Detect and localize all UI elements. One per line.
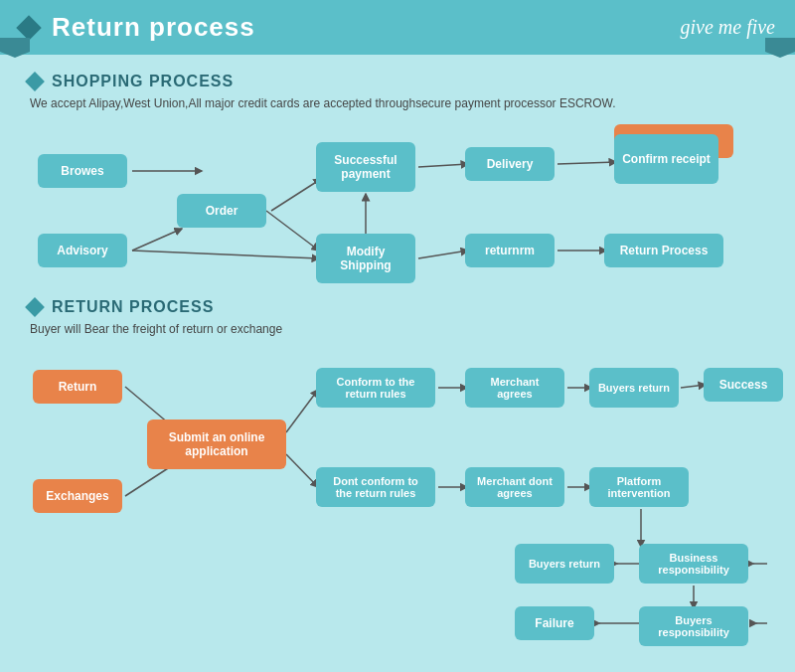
return-button-box: Return [33, 370, 122, 404]
return-label: Return [33, 370, 122, 404]
shopping-section-header: SHOPPING PROCESS [28, 73, 767, 90]
business-resp-label: Business responsibility [639, 544, 748, 584]
conform-box: Conform to the return rules [316, 368, 435, 408]
submit-box: Submit an online application [147, 420, 286, 469]
shopping-diamond-icon [25, 72, 45, 91]
brand-label: give me five [681, 16, 776, 39]
success-box: Success [704, 368, 783, 402]
confirm-label: Confirm receipt [614, 134, 718, 184]
svg-line-7 [557, 162, 616, 164]
merchant-dont-label: Merchant dont agrees [465, 467, 564, 507]
return-process-box: Return Process [604, 234, 723, 267]
header: Return process give me five [0, 0, 795, 55]
svg-line-17 [681, 385, 706, 388]
successful-label: Successful payment [316, 142, 415, 192]
svg-line-9 [418, 251, 468, 258]
buyers-return2-label: Buyers return [515, 544, 614, 584]
platform-label: Platform intervention [589, 467, 689, 507]
svg-line-13 [286, 390, 318, 432]
buyers-resp-label: Buyers responsibility [639, 606, 748, 646]
svg-line-14 [286, 454, 318, 487]
svg-line-4 [132, 251, 319, 258]
success-label: Success [704, 368, 783, 402]
modify-label: Modify Shipping [316, 234, 415, 283]
buyers-return1-box: Buyers return [589, 368, 679, 408]
return-diamond-icon [25, 297, 45, 317]
order-box: Order [177, 194, 266, 228]
merchant-dont-box: Merchant dont agrees [465, 467, 564, 507]
order-label: Order [177, 194, 266, 228]
exchanges-label: Exchanges [33, 479, 122, 513]
main-content: SHOPPING PROCESS We accept Alipay,West U… [0, 55, 795, 666]
delivery-label: Delivery [465, 147, 555, 181]
return-section-desc: Buyer will Bear the freight of return or… [30, 322, 767, 336]
failure-box: Failure [515, 606, 594, 640]
business-resp-box: Business responsibility [639, 544, 748, 584]
platform-box: Platform intervention [589, 467, 689, 507]
merchant-agrees-box: Merchant agrees [465, 368, 564, 408]
svg-line-2 [132, 229, 182, 251]
returnrm-box: returnrm [465, 234, 555, 267]
buyers-return2-box: Buyers return [515, 544, 614, 584]
returnrm-label: returnrm [465, 234, 555, 267]
return-process-label: Return Process [604, 234, 723, 267]
header-diamond-icon [16, 15, 41, 40]
buyers-resp-box: Buyers responsibility [639, 606, 748, 646]
advisory-label: Advisory [38, 234, 127, 267]
failure-label: Failure [515, 606, 594, 640]
browes-box: Browes [38, 154, 127, 188]
dontconform-box: Dont conform to the return rules [316, 467, 435, 507]
return-section-title: RETURN PROCESS [52, 298, 214, 316]
return-section-header: RETURN PROCESS [28, 298, 767, 316]
page-title: Return process [52, 12, 255, 43]
advisory-box: Advisory [38, 234, 127, 267]
modify-box: Modify Shipping [316, 234, 415, 283]
merchant-agrees-label: Merchant agrees [465, 368, 564, 408]
shopping-diagram: Given 5 stars Browes Advisory Order Modi… [28, 124, 767, 278]
browes-label: Browes [38, 154, 127, 188]
dontconform-label: Dont conform to the return rules [316, 467, 435, 507]
conform-label: Conform to the return rules [316, 368, 435, 408]
successful-box: Successful payment [316, 142, 415, 192]
svg-line-3 [266, 211, 319, 251]
svg-line-6 [418, 164, 468, 167]
shopping-section-desc: We accept Alipay,West Union,All major cr… [30, 96, 767, 110]
submit-label: Submit an online application [147, 420, 286, 469]
delivery-box: Delivery [465, 147, 555, 181]
return-diagram: Return Submit an online application Exch… [28, 350, 767, 648]
buyers-return1-label: Buyers return [589, 368, 679, 408]
confirm-box: Confirm receipt [614, 134, 718, 184]
exchanges-box: Exchanges [33, 479, 122, 513]
svg-line-1 [271, 179, 321, 211]
shopping-section-title: SHOPPING PROCESS [52, 73, 234, 90]
